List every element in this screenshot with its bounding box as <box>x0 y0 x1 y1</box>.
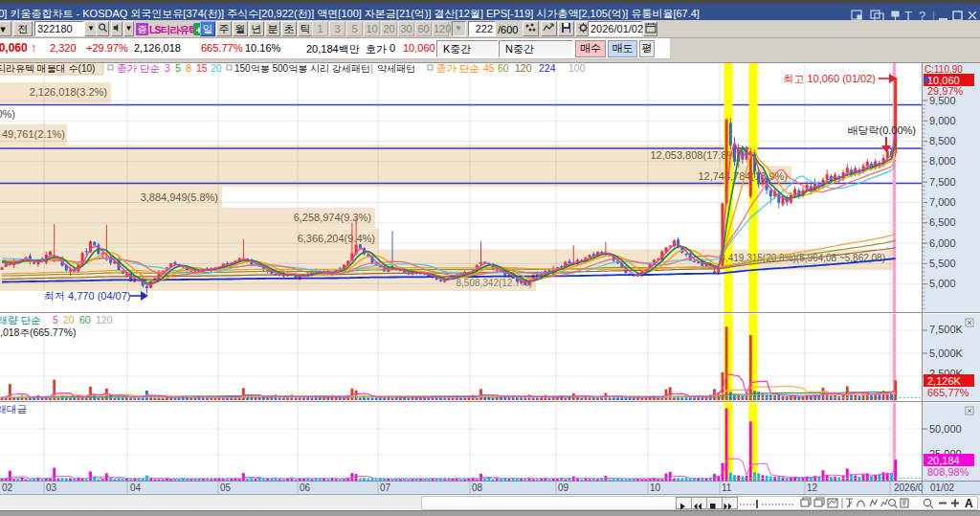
svg-text:120: 120 <box>515 62 532 74</box>
svg-text:7,500K: 7,500K <box>929 324 964 335</box>
svg-text:8,000: 8,000 <box>929 155 956 167</box>
svg-text:04: 04 <box>130 482 142 493</box>
svg-text:8,500: 8,500 <box>929 135 956 146</box>
svg-text:50,000: 50,000 <box>929 423 962 435</box>
svg-text:|: | <box>370 62 373 74</box>
svg-text:8: 8 <box>186 62 191 74</box>
svg-text:최고 10,060 (01/02): 최고 10,060 (01/02) <box>783 73 876 84</box>
svg-text:08: 08 <box>472 482 483 493</box>
svg-text:49,761(2.1%): 49,761(2.1%) <box>2 128 65 140</box>
svg-text:6,000: 6,000 <box>929 237 956 249</box>
svg-text:100: 100 <box>568 62 586 74</box>
svg-text:3,884,949(5.8%): 3,884,949(5.8%) <box>141 191 218 203</box>
svg-text:06: 06 <box>300 482 311 493</box>
svg-text:,018주(665.77%): ,018주(665.77%) <box>0 326 76 338</box>
svg-text:10: 10 <box>650 482 661 493</box>
svg-text:5: 5 <box>175 62 181 74</box>
svg-text:09: 09 <box>558 482 569 493</box>
svg-text:5,500: 5,500 <box>929 258 956 269</box>
svg-text:배당락(0.00%): 배당락(0.00%) <box>847 124 916 136</box>
svg-text:0%): 0%) <box>0 108 15 120</box>
svg-text:665,77%: 665,77% <box>927 387 969 398</box>
svg-text:20,184: 20,184 <box>927 455 960 466</box>
svg-text:6,500: 6,500 <box>929 216 956 228</box>
svg-text:01/02: 01/02 <box>930 482 954 493</box>
svg-text:05: 05 <box>220 482 232 493</box>
svg-text:7,500: 7,500 <box>929 176 956 188</box>
svg-text:3: 3 <box>165 62 170 74</box>
svg-text:07: 07 <box>380 482 391 493</box>
svg-text:45: 45 <box>483 62 495 74</box>
svg-text:5,000: 5,000 <box>929 278 956 289</box>
svg-text:60: 60 <box>498 62 509 74</box>
svg-text:2,126K: 2,126K <box>927 375 962 387</box>
svg-text:최저 4,770 (04/07): 최저 4,770 (04/07) <box>44 290 131 302</box>
svg-text:종가: 종가 <box>117 62 138 74</box>
svg-text:단순: 단순 <box>140 62 160 74</box>
svg-text:150억봉 500억봉 시리 강세패턴: 150억봉 500억봉 시리 강세패턴 <box>234 63 370 74</box>
svg-text:20: 20 <box>211 62 222 74</box>
svg-text:29,97%: 29,97% <box>927 85 964 97</box>
svg-text:7,000: 7,000 <box>929 196 956 208</box>
svg-text:거래대금: 거래대금 <box>0 403 27 415</box>
svg-text:티라유텍 매물대 수(10): 티라유텍 매물대 수(10) <box>0 63 95 74</box>
svg-text:A: A <box>965 497 973 510</box>
svg-text:종가: 종가 <box>436 62 457 74</box>
svg-text:11: 11 <box>722 482 732 493</box>
svg-text:60: 60 <box>79 314 91 325</box>
svg-text:03: 03 <box>46 482 57 493</box>
svg-text:120: 120 <box>96 314 113 325</box>
svg-text:약세패턴: 약세패턴 <box>377 63 415 74</box>
svg-text:12: 12 <box>807 482 818 493</box>
svg-text:6,366,204(9.4%): 6,366,204(9.4%) <box>298 233 375 244</box>
svg-text:5,000K: 5,000K <box>929 348 964 359</box>
svg-text:거래량 단순: 거래량 단순 <box>0 314 40 325</box>
svg-text:5: 5 <box>53 314 58 325</box>
svg-text:2026/0: 2026/0 <box>894 482 924 493</box>
svg-text:9,000: 9,000 <box>929 115 956 126</box>
svg-text:02: 02 <box>2 482 13 493</box>
svg-text:20: 20 <box>63 314 75 325</box>
svg-text:15: 15 <box>196 62 208 74</box>
svg-text:224: 224 <box>539 62 556 74</box>
svg-text:2,126,018(3.2%): 2,126,018(3.2%) <box>30 86 107 98</box>
svg-text:6,258,974(9.3%): 6,258,974(9.3%) <box>294 212 371 223</box>
svg-text:10,060: 10,060 <box>927 75 960 86</box>
svg-text:808,98%: 808,98% <box>927 466 969 478</box>
svg-text:단순: 단순 <box>459 62 479 74</box>
svg-text:C:110.90: C:110.90 <box>924 64 963 75</box>
